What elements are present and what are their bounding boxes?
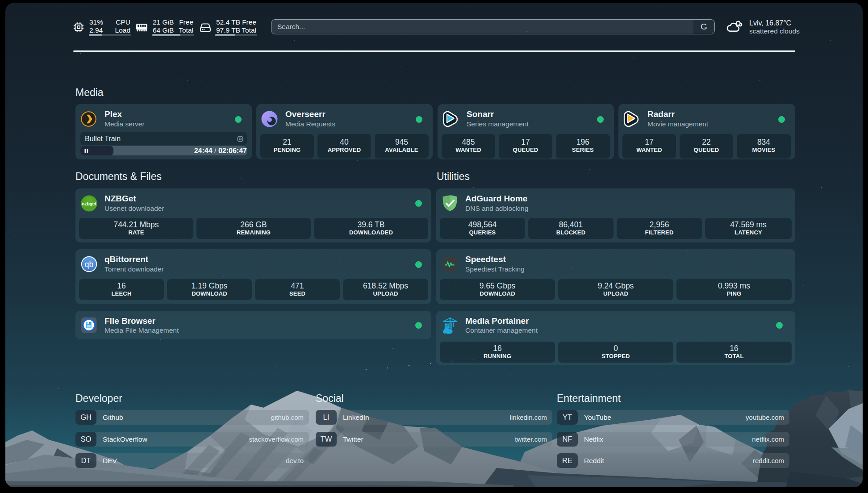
svg-text:qb: qb (85, 260, 93, 269)
svg-text:nzbget: nzbget (82, 201, 96, 206)
